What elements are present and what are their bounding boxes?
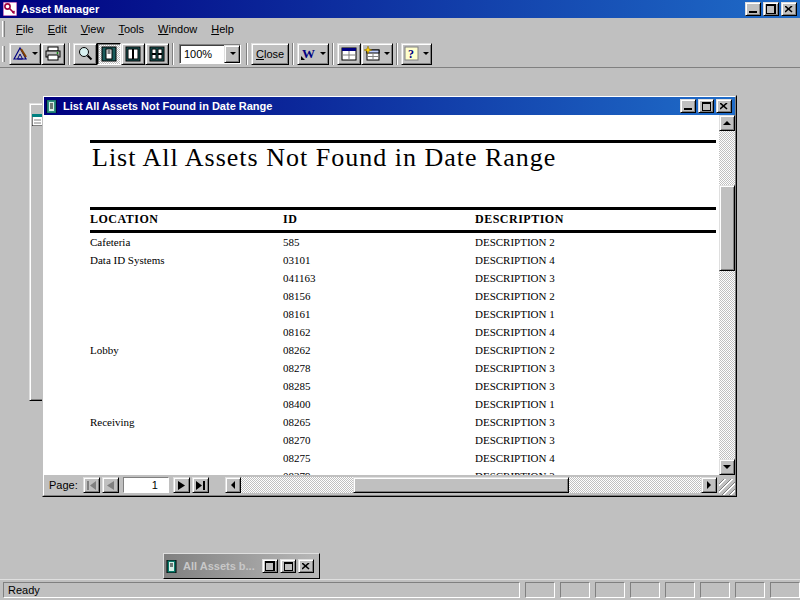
toolbar-separator: [332, 43, 334, 65]
status-indicator-panel: [525, 582, 555, 598]
minimize-button[interactable]: [745, 2, 761, 16]
table-row: 08270 DESCRIPTION 3: [44, 434, 735, 452]
next-page-icon: [178, 481, 185, 490]
status-indicator-panel: [630, 582, 660, 598]
office-links-button[interactable]: W: [297, 43, 329, 65]
restore-button[interactable]: [763, 2, 779, 16]
zoom-value: 100%: [180, 45, 224, 63]
toolbar: 100% Close W: [0, 40, 800, 68]
previous-page-button[interactable]: [102, 477, 119, 493]
multiple-pages-button[interactable]: [145, 43, 169, 65]
svg-text:?: ?: [408, 47, 414, 61]
cell-id: 585: [283, 236, 300, 248]
close-preview-button[interactable]: Close: [251, 43, 289, 65]
menu-edit[interactable]: Edit: [41, 20, 74, 38]
chevron-down-icon: [423, 52, 429, 55]
report-title: List All Assets Not Found in Date Range: [92, 143, 556, 173]
chevron-down-icon: [32, 52, 38, 55]
print-button[interactable]: [41, 43, 65, 65]
cell-id: 08275: [283, 452, 311, 464]
horizontal-scrollbar[interactable]: [225, 477, 717, 493]
report-rule-header-bottom: [90, 230, 716, 233]
next-page-button[interactable]: [173, 477, 190, 493]
arrow-right-icon: [707, 481, 711, 489]
new-object-button[interactable]: [361, 43, 393, 65]
report-maximize-button[interactable]: [698, 99, 714, 113]
one-page-icon: [101, 46, 117, 62]
two-pages-button[interactable]: [121, 43, 145, 65]
report-window-controls: [680, 99, 732, 113]
window-controls: [745, 2, 797, 16]
scroll-up-button[interactable]: [719, 115, 735, 131]
cell-description: DESCRIPTION 4: [475, 452, 555, 464]
table-row: 041163 DESCRIPTION 3: [44, 272, 735, 290]
design-view-button[interactable]: [9, 43, 41, 65]
cell-id: 08161: [283, 308, 311, 320]
minimized-window[interactable]: All Assets b...: [163, 553, 320, 579]
minimized-maximize-button[interactable]: [280, 559, 296, 573]
toolbar-grip[interactable]: [2, 46, 5, 62]
one-page-button[interactable]: [97, 43, 121, 65]
scroll-down-button[interactable]: [719, 459, 735, 475]
minimized-restore-button[interactable]: [262, 559, 278, 573]
report-preview-window: List All Assets Not Found in Date Range …: [42, 95, 737, 497]
minimized-close-button[interactable]: [298, 559, 314, 573]
cell-description: DESCRIPTION 3: [475, 434, 555, 446]
app-titlebar[interactable]: Asset Manager: [0, 0, 800, 18]
toolbar-separator: [396, 43, 398, 65]
vertical-scrollbar-thumb[interactable]: [719, 185, 735, 271]
cell-id: 03101: [283, 254, 311, 266]
office-links-word-icon: W: [300, 46, 316, 61]
close-icon: [720, 103, 728, 110]
column-header-description: DESCRIPTION: [475, 212, 564, 227]
cell-description: DESCRIPTION 3: [475, 416, 555, 428]
menu-window[interactable]: Window: [151, 20, 204, 38]
table-row: Data ID Systems 03101 DESCRIPTION 4: [44, 254, 735, 272]
cell-description: DESCRIPTION 4: [475, 254, 555, 266]
menu-tools[interactable]: Tools: [111, 20, 151, 38]
database-window-button[interactable]: [337, 43, 361, 65]
menu-view[interactable]: View: [74, 20, 112, 38]
zoom-combobox[interactable]: 100%: [179, 44, 241, 64]
status-indicator-panel: [700, 582, 730, 598]
print-icon: [45, 46, 61, 61]
zoom-dropdown-button[interactable]: [224, 45, 240, 63]
close-button[interactable]: [781, 2, 797, 16]
minimized-window-controls: [262, 559, 314, 573]
arrow-up-icon: [723, 121, 731, 125]
report-column-headers: LOCATION ID DESCRIPTION: [44, 212, 735, 228]
report-close-button[interactable]: [716, 99, 732, 113]
cell-description: DESCRIPTION 1: [475, 398, 555, 410]
horizontal-scrollbar-thumb[interactable]: [353, 477, 570, 493]
cell-description: DESCRIPTION 4: [475, 326, 555, 338]
close-preview-label: Close: [256, 48, 284, 60]
cell-description: DESCRIPTION 2: [475, 236, 555, 248]
menubar-grip[interactable]: [2, 21, 5, 37]
table-row: 08400 DESCRIPTION 1: [44, 398, 735, 416]
access-key-icon: [3, 2, 17, 16]
help-icon: ?: [404, 46, 419, 61]
scroll-right-button[interactable]: [701, 477, 717, 493]
table-row: 08162 DESCRIPTION 4: [44, 326, 735, 344]
report-window-titlebar[interactable]: List All Assets Not Found in Date Range: [44, 97, 735, 115]
zoom-button[interactable]: [73, 43, 97, 65]
help-button[interactable]: ?: [401, 43, 432, 65]
first-page-button[interactable]: [83, 477, 100, 493]
menu-help[interactable]: Help: [204, 20, 241, 38]
scroll-left-button[interactable]: [225, 477, 241, 493]
chevron-down-icon: [384, 52, 390, 55]
page-number-box[interactable]: [123, 477, 169, 493]
report-minimize-button[interactable]: [680, 99, 696, 113]
status-indicator-panel: [560, 582, 590, 598]
menu-file[interactable]: File: [9, 20, 41, 38]
resize-grip[interactable]: [719, 479, 735, 495]
last-page-icon: [196, 481, 205, 490]
vertical-scrollbar[interactable]: [719, 115, 735, 475]
page-number-input[interactable]: [124, 478, 168, 492]
minimized-window-titlebar[interactable]: All Assets b...: [164, 554, 319, 578]
cell-description: DESCRIPTION 3: [475, 362, 555, 374]
last-page-button[interactable]: [192, 477, 209, 493]
cell-id: 08270: [283, 434, 311, 446]
report-page[interactable]: List All Assets Not Found in Date Range …: [44, 115, 735, 475]
minimized-window-title: All Assets b...: [183, 560, 262, 572]
